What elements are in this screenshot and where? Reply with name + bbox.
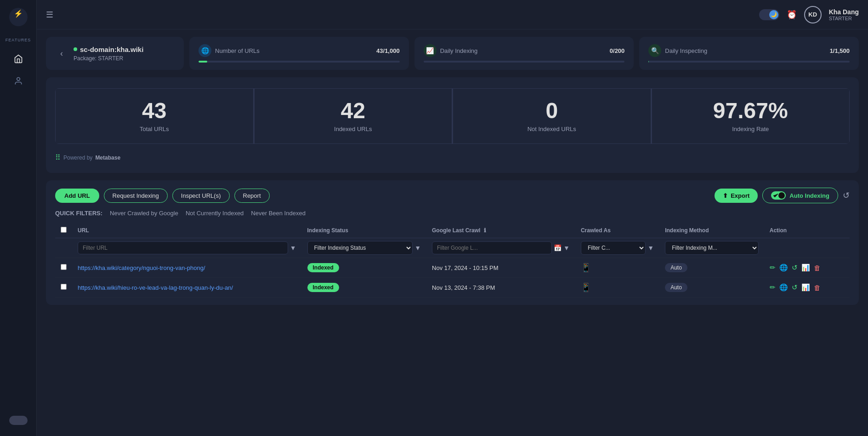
th-action: Action [764,223,850,238]
export-icon: ⬆ [723,192,728,199]
row2-crawl-date-cell: Nov 13, 2024 - 7:38 PM [426,278,575,298]
metabase-credit: ⠿ Powered by Metabase [55,153,850,162]
filter-indexing-method-select[interactable]: Filter Indexing M... [665,241,759,255]
row1-edit-icon[interactable]: ✏ [770,264,776,272]
total-urls-box: 43 Total URLs [55,88,254,144]
user-info: Kha Dang STARTER [829,8,859,21]
back-button[interactable]: ‹ [55,47,68,60]
not-indexed-urls-label: Not Indexed URLs [464,126,640,132]
row1-crawl-date-cell: Nov 17, 2024 - 10:15 PM [426,258,575,278]
metric-card-urls: 🌐 Number of URLs 43/1,000 [189,37,409,70]
add-url-button[interactable]: Add URL [55,189,99,203]
th-url: URL [72,223,302,238]
report-button[interactable]: Report [234,189,270,203]
metric-card-daily-indexing: 📈 Daily Indexing 0/200 [414,37,634,70]
domain-info: sc-domain:kha.wiki Package: STARTER [74,46,175,62]
row1-indexing-method-cell: Auto [659,258,764,278]
filter-indexing-status-select[interactable]: Filter Indexing Status Indexed Not Index… [307,241,413,255]
row2-url-link[interactable]: https://kha.wiki/hieu-ro-ve-lead-va-lag-… [78,284,233,291]
indexing-rate-box: 97.67% Indexing Rate [652,88,850,144]
not-indexed-urls-number: 0 [464,100,640,122]
row2-auto-badge: Auto [665,283,687,292]
sidebar-theme-toggle[interactable] [9,416,28,425]
qf-never-been-indexed[interactable]: Never Been Indexed [251,210,306,217]
metric-card-daily-inspecting: 🔍 Daily Inspecting 1/1,500 [639,37,859,70]
filter-action-cell [764,238,850,258]
filter-google-crawl-icon[interactable]: ▼ [563,244,570,252]
filter-google-crawl-input[interactable] [432,241,552,254]
filter-crawled-as-icon[interactable]: ▼ [647,244,654,252]
avatar[interactable]: KD [804,6,822,23]
qf-never-crawled[interactable]: Never Crawled by Google [110,210,178,217]
daily-indexing-icon: 📈 [424,44,437,57]
urls-label: Number of URLs [215,47,260,54]
filter-url-icon[interactable]: ▼ [290,244,296,252]
svg-text:⚡: ⚡ [14,9,23,18]
row2-delete-icon[interactable]: 🗑 [814,284,821,292]
svg-point-2 [17,78,20,81]
filter-checkbox-cell [55,238,72,258]
filter-url-wrapper: ▼ [78,241,296,254]
row2-chart-icon[interactable]: 📊 [801,283,810,292]
domain-status-dot [74,47,77,51]
filter-url-cell: ▼ [72,238,302,258]
main-stats-panel: 43 Total URLs 42 Indexed URLs 0 Not Inde… [46,77,859,173]
filter-crawled-as-select[interactable]: Filter C... [581,241,646,255]
indexing-rate-number: 97.67% [663,100,839,122]
row2-indexing-method-cell: Auto [659,278,764,298]
urls-value: 43/1,000 [376,47,400,54]
dark-mode-toggle[interactable]: 🌙 [759,9,779,20]
sidebar-item-home[interactable] [9,50,28,68]
row1-refresh-icon[interactable]: ↺ [792,264,798,272]
row1-delete-icon[interactable]: 🗑 [814,264,821,272]
row2-indexing-status-cell: Indexed [302,278,427,298]
auto-indexing-button[interactable]: Auto Indexing [762,188,838,203]
row1-globe-icon[interactable]: 🌐 [779,264,788,272]
inspect-urls-button[interactable]: Inspect URL(s) [172,189,230,203]
row1-url-link[interactable]: https://kha.wiki/category/nguoi-trong-va… [78,264,205,271]
filter-indexing-method-wrapper: Filter Indexing M... [665,241,759,255]
request-indexing-button[interactable]: Request Indexing [104,189,168,203]
export-button[interactable]: ⬆ Export [715,189,758,203]
quick-filters: QUICK FILTERS: Never Crawled by Google N… [55,210,850,217]
clock-icon[interactable]: ⏰ [787,10,797,20]
hamburger-menu-icon[interactable]: ☰ [46,10,53,20]
refresh-button[interactable]: ↺ [843,190,850,201]
toggle-knob: 🌙 [769,10,778,19]
indexing-rate-label: Indexing Rate [663,126,839,132]
th-crawled-as: Crawled As [575,223,659,238]
row1-action-cell: ✏ 🌐 ↺ 📊 🗑 [764,258,850,278]
filter-url-input[interactable] [78,241,288,254]
row2-crawled-as-cell: 📱 [575,278,659,298]
filter-indexing-status-icon[interactable]: ▼ [414,244,421,252]
metric-left-urls: 🌐 Number of URLs [199,44,260,57]
row1-chart-icon[interactable]: 📊 [801,264,810,272]
row2-checkbox-cell [55,278,72,298]
indexed-urls-label: Indexed URLs [266,126,441,132]
row2-refresh-icon[interactable]: ↺ [792,283,798,292]
filter-crawled-as-cell: Filter C... ▼ [575,238,659,258]
row2-checkbox[interactable] [61,284,67,290]
quick-filters-label: QUICK FILTERS: [55,210,102,217]
topbar-right: 🌙 ⏰ KD Kha Dang STARTER [759,6,859,23]
metric-header-urls: 🌐 Number of URLs 43/1,000 [199,44,400,57]
sidebar-features-label: FEATURES [6,38,31,42]
topbar: ☰ 🌙 ⏰ KD Kha Dang STARTER [37,0,868,29]
th-indexing-status: Indexing Status [302,223,427,238]
stats-header: ‹ sc-domain:kha.wiki Package: STARTER 🌐 … [46,37,859,70]
info-icon: ℹ [484,227,486,234]
row1-checkbox[interactable] [61,264,67,270]
row2-globe-icon[interactable]: 🌐 [779,283,788,292]
sidebar-item-user[interactable] [9,72,28,90]
row2-edit-icon[interactable]: ✏ [770,283,776,292]
table-filter-row: ▼ Filter Indexing Status Indexed Not Ind… [55,238,850,258]
select-all-checkbox[interactable] [61,227,67,233]
table-row: https://kha.wiki/hieu-ro-ve-lead-va-lag-… [55,278,850,298]
auto-indexing-toggle [771,191,786,200]
qf-not-currently-indexed[interactable]: Not Currently Indexed [186,210,244,217]
table-header-row: URL Indexing Status Google Last Crawl ℹ … [55,223,850,238]
row2-action-icons: ✏ 🌐 ↺ 📊 🗑 [770,283,844,292]
daily-indexing-value: 0/200 [610,47,625,54]
filter-google-crawl-calendar[interactable]: 📅 [554,244,562,252]
row2-indexed-badge: Indexed [307,283,339,292]
